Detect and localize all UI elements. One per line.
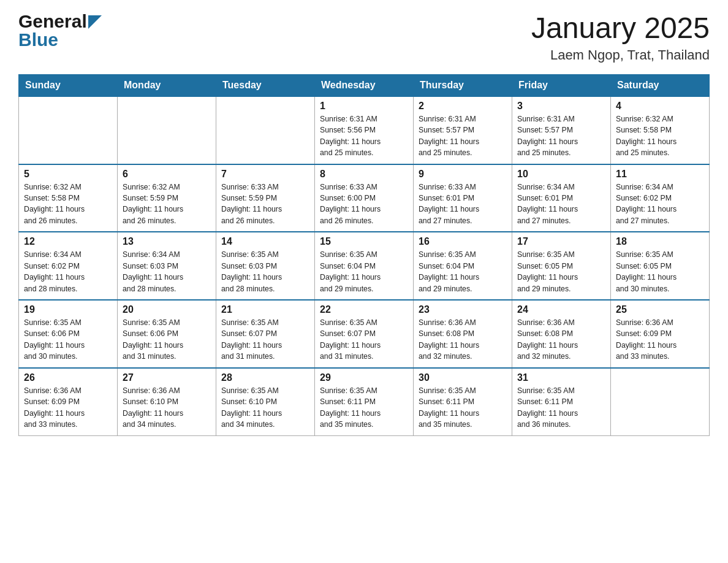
day-info: Sunrise: 6:34 AMSunset: 6:03 PMDaylight:… (123, 249, 211, 294)
col-tuesday: Tuesday (216, 74, 315, 96)
day-number: 2 (419, 101, 507, 112)
day-number: 6 (123, 169, 211, 180)
col-sunday: Sunday (19, 74, 118, 96)
week-row-3: 12Sunrise: 6:34 AMSunset: 6:02 PMDayligh… (19, 232, 710, 300)
day-info: Sunrise: 6:33 AMSunset: 6:01 PMDaylight:… (419, 182, 507, 227)
day-info: Sunrise: 6:35 AMSunset: 6:06 PMDaylight:… (24, 317, 112, 362)
day-info: Sunrise: 6:35 AMSunset: 6:11 PMDaylight:… (517, 385, 605, 431)
day-info: Sunrise: 6:34 AMSunset: 6:01 PMDaylight:… (517, 182, 605, 227)
day-number: 18 (616, 236, 704, 247)
day-info: Sunrise: 6:32 AMSunset: 5:59 PMDaylight:… (123, 182, 211, 227)
day-info: Sunrise: 6:35 AMSunset: 6:04 PMDaylight:… (419, 249, 507, 294)
day-cell-3-6: 25Sunrise: 6:36 AMSunset: 6:09 PMDayligh… (611, 300, 710, 368)
day-cell-1-1: 6Sunrise: 6:32 AMSunset: 5:59 PMDaylight… (118, 164, 216, 232)
logo: General Blue (18, 12, 102, 50)
day-cell-4-6 (611, 368, 710, 435)
day-cell-4-1: 27Sunrise: 6:36 AMSunset: 6:10 PMDayligh… (118, 368, 216, 435)
day-info: Sunrise: 6:35 AMSunset: 6:11 PMDaylight:… (320, 385, 408, 431)
month-title: January 2025 (531, 12, 710, 45)
day-number: 17 (517, 236, 605, 247)
day-info: Sunrise: 6:36 AMSunset: 6:09 PMDaylight:… (616, 317, 704, 362)
day-cell-3-4: 23Sunrise: 6:36 AMSunset: 6:08 PMDayligh… (414, 300, 512, 368)
day-info: Sunrise: 6:31 AMSunset: 5:57 PMDaylight:… (419, 113, 507, 159)
logo-arrow-icon (88, 15, 102, 29)
day-number: 10 (517, 169, 605, 180)
day-cell-2-4: 16Sunrise: 6:35 AMSunset: 6:04 PMDayligh… (414, 232, 512, 300)
day-info: Sunrise: 6:35 AMSunset: 6:03 PMDaylight:… (221, 249, 309, 294)
day-cell-2-2: 14Sunrise: 6:35 AMSunset: 6:03 PMDayligh… (216, 232, 315, 300)
day-number: 20 (123, 304, 211, 315)
day-number: 19 (24, 304, 112, 315)
day-info: Sunrise: 6:35 AMSunset: 6:06 PMDaylight:… (123, 317, 211, 362)
day-info: Sunrise: 6:32 AMSunset: 5:58 PMDaylight:… (616, 113, 704, 159)
day-info: Sunrise: 6:31 AMSunset: 5:57 PMDaylight:… (517, 113, 605, 159)
day-number: 9 (419, 169, 507, 180)
day-info: Sunrise: 6:31 AMSunset: 5:56 PMDaylight:… (320, 113, 408, 159)
day-number: 21 (221, 304, 309, 315)
day-info: Sunrise: 6:32 AMSunset: 5:58 PMDaylight:… (24, 182, 112, 227)
day-number: 12 (24, 236, 112, 247)
day-info: Sunrise: 6:35 AMSunset: 6:07 PMDaylight:… (221, 317, 309, 362)
day-cell-0-2 (216, 96, 315, 164)
day-cell-0-3: 1Sunrise: 6:31 AMSunset: 5:56 PMDaylight… (315, 96, 414, 164)
day-cell-1-6: 11Sunrise: 6:34 AMSunset: 6:02 PMDayligh… (611, 164, 710, 232)
location-title: Laem Ngop, Trat, Thailand (531, 47, 710, 63)
day-cell-0-4: 2Sunrise: 6:31 AMSunset: 5:57 PMDaylight… (414, 96, 512, 164)
col-monday: Monday (118, 74, 216, 96)
col-friday: Friday (512, 74, 611, 96)
day-number: 24 (517, 304, 605, 315)
day-number: 26 (24, 372, 112, 383)
day-cell-1-4: 9Sunrise: 6:33 AMSunset: 6:01 PMDaylight… (414, 164, 512, 232)
day-info: Sunrise: 6:35 AMSunset: 6:10 PMDaylight:… (221, 385, 309, 431)
day-info: Sunrise: 6:36 AMSunset: 6:10 PMDaylight:… (123, 385, 211, 431)
day-info: Sunrise: 6:33 AMSunset: 6:00 PMDaylight:… (320, 182, 408, 227)
calendar-header-row: Sunday Monday Tuesday Wednesday Thursday… (19, 74, 710, 96)
day-info: Sunrise: 6:34 AMSunset: 6:02 PMDaylight:… (616, 182, 704, 227)
day-number: 29 (320, 372, 408, 383)
day-cell-1-2: 7Sunrise: 6:33 AMSunset: 5:59 PMDaylight… (216, 164, 315, 232)
day-cell-0-1 (118, 96, 216, 164)
week-row-2: 5Sunrise: 6:32 AMSunset: 5:58 PMDaylight… (19, 164, 710, 232)
day-cell-4-2: 28Sunrise: 6:35 AMSunset: 6:10 PMDayligh… (216, 368, 315, 435)
day-cell-1-0: 5Sunrise: 6:32 AMSunset: 5:58 PMDaylight… (19, 164, 118, 232)
day-number: 8 (320, 169, 408, 180)
day-number: 22 (320, 304, 408, 315)
day-number: 15 (320, 236, 408, 247)
day-cell-2-0: 12Sunrise: 6:34 AMSunset: 6:02 PMDayligh… (19, 232, 118, 300)
col-thursday: Thursday (414, 74, 512, 96)
day-cell-4-4: 30Sunrise: 6:35 AMSunset: 6:11 PMDayligh… (414, 368, 512, 435)
day-cell-4-0: 26Sunrise: 6:36 AMSunset: 6:09 PMDayligh… (19, 368, 118, 435)
calendar-table: Sunday Monday Tuesday Wednesday Thursday… (18, 74, 710, 436)
day-number: 11 (616, 169, 704, 180)
col-saturday: Saturday (611, 74, 710, 96)
day-cell-4-3: 29Sunrise: 6:35 AMSunset: 6:11 PMDayligh… (315, 368, 414, 435)
day-info: Sunrise: 6:35 AMSunset: 6:05 PMDaylight:… (517, 249, 605, 294)
day-info: Sunrise: 6:35 AMSunset: 6:04 PMDaylight:… (320, 249, 408, 294)
week-row-4: 19Sunrise: 6:35 AMSunset: 6:06 PMDayligh… (19, 300, 710, 368)
day-number: 14 (221, 236, 309, 247)
day-cell-2-6: 18Sunrise: 6:35 AMSunset: 6:05 PMDayligh… (611, 232, 710, 300)
day-info: Sunrise: 6:36 AMSunset: 6:09 PMDaylight:… (24, 385, 112, 431)
day-cell-2-5: 17Sunrise: 6:35 AMSunset: 6:05 PMDayligh… (512, 232, 611, 300)
day-cell-0-6: 4Sunrise: 6:32 AMSunset: 5:58 PMDaylight… (611, 96, 710, 164)
logo-blue-text: Blue (18, 29, 58, 50)
day-cell-2-1: 13Sunrise: 6:34 AMSunset: 6:03 PMDayligh… (118, 232, 216, 300)
day-cell-0-5: 3Sunrise: 6:31 AMSunset: 5:57 PMDaylight… (512, 96, 611, 164)
day-info: Sunrise: 6:35 AMSunset: 6:11 PMDaylight:… (419, 385, 507, 431)
day-info: Sunrise: 6:33 AMSunset: 5:59 PMDaylight:… (221, 182, 309, 227)
week-row-5: 26Sunrise: 6:36 AMSunset: 6:09 PMDayligh… (19, 368, 710, 435)
day-number: 13 (123, 236, 211, 247)
day-number: 7 (221, 169, 309, 180)
day-number: 16 (419, 236, 507, 247)
day-info: Sunrise: 6:35 AMSunset: 6:05 PMDaylight:… (616, 249, 704, 294)
svg-marker-0 (88, 15, 102, 29)
day-cell-1-5: 10Sunrise: 6:34 AMSunset: 6:01 PMDayligh… (512, 164, 611, 232)
day-number: 31 (517, 372, 605, 383)
day-info: Sunrise: 6:35 AMSunset: 6:07 PMDaylight:… (320, 317, 408, 362)
day-number: 3 (517, 101, 605, 112)
day-cell-3-1: 20Sunrise: 6:35 AMSunset: 6:06 PMDayligh… (118, 300, 216, 368)
day-cell-3-5: 24Sunrise: 6:36 AMSunset: 6:08 PMDayligh… (512, 300, 611, 368)
day-number: 25 (616, 304, 704, 315)
day-number: 4 (616, 101, 704, 112)
day-cell-1-3: 8Sunrise: 6:33 AMSunset: 6:00 PMDaylight… (315, 164, 414, 232)
